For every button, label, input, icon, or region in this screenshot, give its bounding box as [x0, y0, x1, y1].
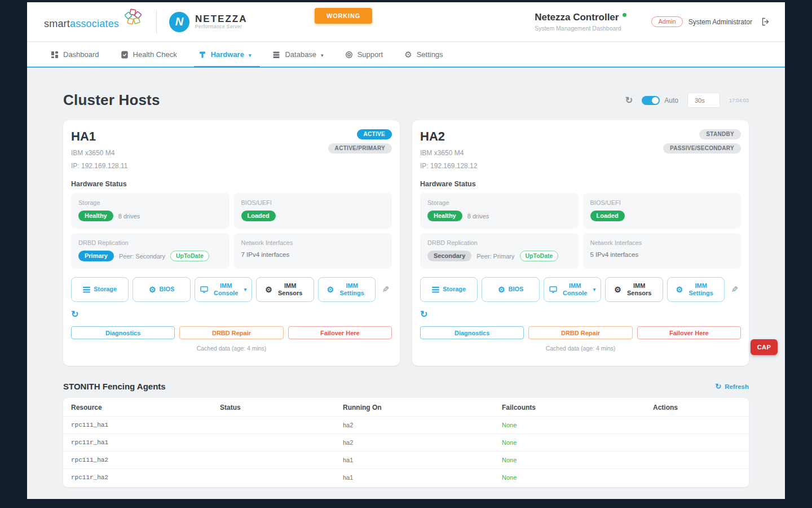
bios-status-badge: Loaded [590, 211, 625, 221]
netezza-product-name: NETEZZA [195, 14, 247, 24]
nav-item-dashboard[interactable]: Dashboard [51, 42, 99, 67]
storage-health-badge: Healthy [427, 211, 462, 221]
database-icon [272, 51, 280, 59]
controller-block: Netezza Controller System Management Das… [535, 11, 626, 32]
cap-button[interactable]: CAP [751, 339, 778, 355]
storage-button-label: Storage [443, 286, 466, 293]
failcounts: None [502, 457, 653, 463]
drbd-repair-button[interactable]: DRBD Repair [528, 326, 632, 339]
smartassociates-logo: smartassociates [44, 11, 144, 33]
bios-button[interactable]: ⚙ BIOS [133, 277, 190, 302]
stonith-table: Resource Status Running On Failcounts Ac… [63, 398, 749, 487]
table-row: rpc11r_ha1 ha2 None [63, 433, 749, 451]
host-ip: IP: 192.169.128.11 [71, 162, 128, 170]
imm-console-button[interactable]: IMM Console ▾ [544, 277, 601, 302]
refresh-icon[interactable]: ↻ [625, 95, 633, 106]
list-icon [83, 287, 90, 293]
stonith-section: STONITH Fencing Agents ↻ Refresh Resourc… [63, 382, 749, 487]
user-group: Admin System Administrator [651, 16, 770, 27]
storage-status-box: Storage Healthy 8 drives [420, 193, 579, 229]
nav-label-hardware: Hardware [211, 50, 244, 59]
drbd-repair-button[interactable]: DRBD Repair [179, 326, 283, 339]
logo-text-smart: smart [44, 18, 70, 29]
bios-status-box: BIOS/UEFI Loaded [234, 193, 392, 229]
storage-button[interactable]: Storage [71, 277, 129, 302]
failover-here-button[interactable]: Failover Here [288, 326, 392, 339]
drbd-status-box: DRBD Replication Secondary Peer: Primary… [420, 233, 579, 269]
resource-name: rpc11r_ha1 [71, 439, 220, 446]
failover-here-button[interactable]: Failover Here [637, 326, 741, 339]
imm-sensors-button[interactable]: ⚙ IMM Sensors [605, 277, 663, 302]
chevron-down-icon: ▾ [593, 287, 596, 293]
imm-settings-label: IMM Settings [337, 282, 367, 297]
host-name: HA1 [71, 129, 128, 144]
bios-label: BIOS/UEFI [241, 199, 385, 206]
imm-console-button[interactable]: IMM Console ▾ [195, 277, 252, 302]
nav-item-settings[interactable]: ⚙ Settings [404, 42, 443, 67]
refresh-icon: ↻ [715, 382, 721, 391]
health-check-icon [121, 51, 129, 59]
drbd-role-badge: Secondary [427, 251, 471, 261]
storage-button[interactable]: Storage [420, 277, 478, 302]
table-row: rpc111_ha2 ha1 None [63, 451, 749, 468]
stonith-title: STONITH Fencing Agents [63, 382, 166, 391]
failcounts: None [502, 422, 653, 428]
page-title: Cluster Hosts [63, 91, 160, 109]
imm-sensors-label: IMM Sensors [276, 282, 305, 297]
running-on: ha2 [343, 439, 502, 446]
network-interfaces: 7 IPv4 interfaces [241, 251, 385, 258]
storage-label: Storage [427, 199, 571, 206]
support-icon [345, 51, 353, 59]
netezza-product-subtitle: Performance Server [195, 24, 247, 29]
role-badge: PASSIVE/SECONDARY [663, 143, 741, 154]
network-status-box: Network Interfaces 5 IPv4 interfaces [583, 233, 742, 269]
netezza-n-icon: N [169, 12, 189, 32]
edit-pencil-icon[interactable]: ✎ [729, 277, 741, 302]
failcounts: None [502, 474, 653, 481]
gear-icon: ⚙ [614, 286, 621, 294]
controller-subtitle: System Management Dashboard [535, 25, 626, 32]
network-interfaces: 5 IPv4 interfaces [590, 251, 734, 258]
nav-item-database[interactable]: Database ▾ [272, 42, 323, 67]
resource-name: rpc11r_ha2 [71, 474, 220, 481]
cache-age-note: Cached data (age: 4 mins) [420, 345, 741, 352]
nav-label-support: Support [358, 50, 383, 59]
diagnostics-button[interactable]: Diagnostics [420, 326, 524, 339]
controller-title: Netezza Controller [535, 11, 619, 23]
stonith-refresh-link[interactable]: ↻ Refresh [715, 382, 749, 391]
app-window: smartassociates N NETEZZA Performance Se… [27, 2, 785, 499]
role-badge: ACTIVE/PRIMARY [328, 143, 392, 154]
imm-console-label: IMM Console [211, 282, 241, 297]
imm-settings-label: IMM Settings [686, 282, 716, 297]
table-row: rpc11r_ha2 ha1 None [63, 468, 749, 486]
nav-label-settings: Settings [417, 50, 443, 59]
interval-select[interactable]: 30s [687, 93, 720, 108]
nav-item-health-check[interactable]: Health Check [121, 42, 177, 67]
nav-item-support[interactable]: Support [345, 42, 383, 67]
imm-sensors-button[interactable]: ⚙ IMM Sensors [256, 277, 314, 302]
auto-refresh-toggle[interactable] [642, 96, 660, 105]
network-label: Network Interfaces [241, 239, 385, 246]
drbd-status-box: DRBD Replication Primary Peer: Secondary… [71, 233, 230, 269]
smartassociates-wordmark: smartassociates [44, 18, 119, 30]
bios-label: BIOS/UEFI [590, 199, 734, 206]
stonith-refresh-label: Refresh [725, 383, 749, 390]
card-refresh-icon[interactable]: ↻ [420, 309, 431, 319]
nav-item-hardware[interactable]: Hardware ▾ [198, 42, 251, 67]
imm-settings-button[interactable]: ⚙ IMM Settings [318, 277, 376, 302]
imm-settings-button[interactable]: ⚙ IMM Settings [667, 277, 725, 302]
failcounts: None [502, 439, 653, 446]
bios-button[interactable]: ⚙ BIOS [482, 277, 539, 302]
bios-button-label: BIOS [508, 286, 523, 293]
network-status-box: Network Interfaces 7 IPv4 interfaces [234, 233, 392, 269]
hardware-status-label: Hardware Status [71, 180, 392, 188]
edit-pencil-icon[interactable]: ✎ [379, 277, 392, 302]
storage-status-box: Storage Healthy 8 drives [71, 193, 230, 229]
admin-role-badge: Admin [651, 16, 682, 27]
running-on: ha2 [343, 422, 502, 428]
gear-icon: ⚙ [149, 286, 156, 294]
card-refresh-icon[interactable]: ↻ [71, 309, 82, 319]
diagnostics-button[interactable]: Diagnostics [71, 326, 175, 339]
logout-icon[interactable] [761, 17, 770, 26]
host-name: HA2 [420, 129, 477, 144]
